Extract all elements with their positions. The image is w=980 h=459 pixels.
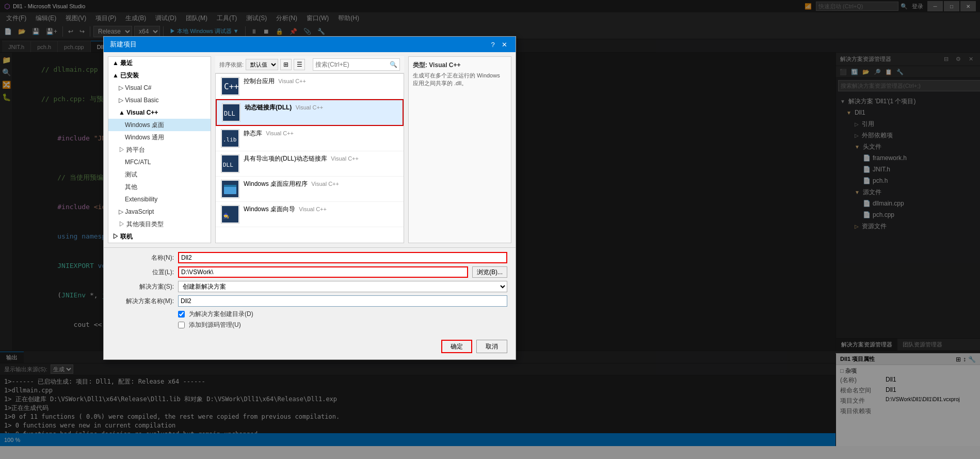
dialog-body: ▲ 最近 ▲ 已安装 ▷ Visual C# ▷ Visual Basic ▲ … [104,52,516,247]
category-panel: ▲ 最近 ▲ 已安装 ▷ Visual C# ▷ Visual Basic ▲ … [108,56,211,243]
template-name-console: 控制台应用 [244,77,275,85]
template-info-dll: 动态链接库(DLL) Visual C++ [245,103,397,112]
form-name-label: 名称(N): [112,254,174,262]
form-check-row-1: 为解决方案创建目录(D) [178,310,507,319]
cat-windows-general[interactable]: Windows 通用 [108,131,211,144]
view-grid-button[interactable]: ⊞ [280,59,292,70]
static-svg: .lib [222,130,238,147]
dialog-form: 名称(N): 位置(L): 浏览(B)... 解决方案(S): 创建新解决方案 … [104,247,516,336]
cat-cross-platform[interactable]: ▷ 跨平台 [108,144,211,156]
form-row-solution: 解决方案(S): 创建新解决方案 [112,281,507,292]
svg-text:C++: C++ [224,82,238,91]
form-solution-select[interactable]: 创建新解决方案 [178,281,507,292]
form-solution-label: 解决方案(S): [112,282,174,291]
template-list: C++ 控制台应用 Visual C++ DL [215,73,404,243]
template-lang-win-app: Visual C++ [311,181,339,187]
dialog-buttons: 确定 取消 [104,336,516,359]
form-solution-name-label: 解决方案名称(M): [112,297,174,306]
template-win-app[interactable]: Windows 桌面应用程序 Visual C++ [216,177,404,202]
cat-online[interactable]: ▷ 联机 [108,230,211,243]
svg-rect-10 [224,185,236,187]
dialog-title-text: 新建项目 [110,40,137,49]
cat-other[interactable]: 其他 [108,181,211,193]
template-icon-console: C++ [221,77,239,96]
cat-recent[interactable]: ▲ 最近 [108,57,211,69]
form-location-label: 位置(L): [112,268,174,277]
wizard-svg: 🧙 [222,206,238,223]
template-name-wizard: Windows 桌面向导 [244,205,295,213]
cat-visual-cpp[interactable]: ▲ Visual C++ [108,106,211,119]
template-lang-console: Visual C++ [278,78,306,84]
form-check-row-2: 添加到源码管理(U) [178,321,507,329]
browse-button[interactable]: 浏览(B)... [472,266,507,278]
cat-other-types[interactable]: ▷ 其他项目类型 [108,218,211,230]
form-row-name: 名称(N): [112,252,507,263]
cancel-button[interactable]: 取消 [476,340,507,353]
dll-exports-svg: DLL [222,155,238,172]
dialog-title-buttons: ? ✕ [488,40,509,49]
template-name-dll-exports: 具有导出项的(DLL)动态链接库 [244,155,327,162]
form-row-solution-name: 解决方案名称(M): [112,295,507,307]
dialog-title-bar: 新建项目 ? ✕ [104,37,516,52]
cat-installed[interactable]: ▲ 已安装 [108,69,211,82]
template-area: 排序依据: 默认值 ⊞ ☰ 🔍 [215,56,404,243]
form-check-source[interactable] [178,322,185,328]
desc-text: 生成可在多个正在运行的 Windows 应用之间共享的 .dll。 [413,72,507,88]
template-console[interactable]: C++ 控制台应用 Visual C++ [216,74,404,99]
cat-extensibility[interactable]: Extensibility [108,193,211,205]
form-name-input[interactable] [178,252,507,263]
template-name-static: 静态库 [244,130,262,137]
cat-windows-desktop[interactable]: Windows 桌面 [108,119,211,131]
form-solution-name-input[interactable] [178,295,507,307]
search-icon-2: 🔍 [390,61,397,68]
template-wizard[interactable]: 🧙 Windows 桌面向导 Visual C++ [216,202,404,227]
ok-button[interactable]: 确定 [441,340,472,353]
template-info-win-app: Windows 桌面应用程序 Visual C++ [244,180,398,188]
template-icon-wizard: 🧙 [221,205,239,224]
template-info-console: 控制台应用 Visual C++ [244,77,398,86]
view-list-button[interactable]: ☰ [294,59,305,70]
sort-label: 排序依据: [219,61,244,69]
cat-mfc-atl[interactable]: MFC/ATL [108,156,211,168]
description-panel: 类型: Visual C++ 生成可在多个正在运行的 Windows 应用之间共… [408,56,511,243]
cat-visual-basic[interactable]: ▷ Visual Basic [108,94,211,106]
console-svg: C++ [222,78,238,94]
template-info-dll-exports: 具有导出项的(DLL)动态链接库 Visual C++ [244,154,398,163]
desc-type: 类型: Visual C++ [413,61,507,70]
template-icon-dll-exports: DLL [221,154,239,173]
template-toolbar: 排序依据: 默认值 ⊞ ☰ 🔍 [215,56,404,73]
cat-visual-csharp[interactable]: ▷ Visual C# [108,82,211,94]
template-dll[interactable]: DLL 动态链接库(DLL) Visual C++ [216,99,404,126]
cat-javascript[interactable]: ▷ JavaScript [108,205,211,218]
template-dll-exports[interactable]: DLL 具有导出项的(DLL)动态链接库 Visual C++ [216,151,404,177]
template-name-dll: 动态链接库(DLL) [245,104,292,111]
template-static[interactable]: .lib 静态库 Visual C++ [216,126,404,151]
template-lang-dll-exports: Visual C++ [331,155,359,162]
template-lang-static: Visual C++ [266,130,294,136]
template-icon-dll: DLL [222,103,240,122]
template-icon-static: .lib [221,129,239,148]
svg-text:🧙: 🧙 [223,212,230,219]
cat-test[interactable]: 测试 [108,168,211,181]
dll-svg: DLL [223,104,239,121]
template-icon-win-app [221,180,239,198]
win-app-svg [222,181,238,197]
svg-text:.lib: .lib [223,136,237,143]
template-lang-dll: Visual C++ [296,104,324,110]
form-check-dir[interactable] [178,311,185,318]
form-check-dir-label: 为解决方案创建目录(D) [189,310,253,319]
form-location-input[interactable] [178,266,468,278]
form-row-location: 位置(L): 浏览(B)... [112,266,507,278]
template-search[interactable]: 🔍 [313,58,400,71]
template-search-input[interactable] [315,61,388,68]
template-info-wizard: Windows 桌面向导 Visual C++ [244,205,398,214]
sort-select[interactable]: 默认值 [246,59,278,70]
dialog-close-button[interactable]: ✕ [499,40,509,49]
dialog-overlay: 新建项目 ? ✕ ▲ 最近 ▲ 已安装 ▷ Visual C# ▷ Visual… [0,0,980,459]
form-check-source-label: 添加到源码管理(U) [189,321,241,329]
template-lang-wizard: Visual C++ [299,206,327,212]
dialog-help-button[interactable]: ? [488,40,498,49]
svg-text:DLL: DLL [224,110,235,117]
template-name-win-app: Windows 桌面应用程序 [244,180,308,187]
new-project-dialog: 新建项目 ? ✕ ▲ 最近 ▲ 已安装 ▷ Visual C# ▷ Visual… [103,36,516,360]
